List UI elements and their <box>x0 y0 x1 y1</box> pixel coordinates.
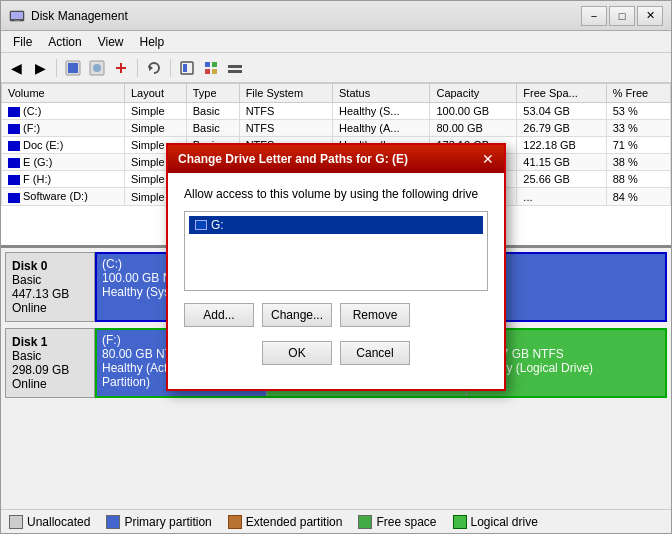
dialog-close-button[interactable]: ✕ <box>482 151 494 167</box>
dialog-list-item[interactable]: G: <box>189 216 483 234</box>
dialog-action-buttons: Add... Change... Remove <box>184 303 488 333</box>
cancel-button[interactable]: Cancel <box>340 341 410 365</box>
dialog-titlebar: Change Drive Letter and Paths for G: (E)… <box>168 145 504 173</box>
dialog-list-item-label: G: <box>211 218 224 232</box>
drive-icon <box>195 220 207 230</box>
dialog-description: Allow access to this volume by using the… <box>184 187 488 201</box>
dialog-body: Allow access to this volume by using the… <box>168 173 504 389</box>
remove-button[interactable]: Remove <box>340 303 410 327</box>
dialog-ok-cancel: OK Cancel <box>184 333 488 375</box>
dialog-title-text: Change Drive Letter and Paths for G: (E) <box>178 152 408 166</box>
add-button[interactable]: Add... <box>184 303 254 327</box>
change-button[interactable]: Change... <box>262 303 332 327</box>
dialog-overlay: Change Drive Letter and Paths for G: (E)… <box>0 0 672 534</box>
change-drive-dialog: Change Drive Letter and Paths for G: (E)… <box>166 143 506 391</box>
dialog-listbox[interactable]: G: <box>184 211 488 291</box>
ok-button[interactable]: OK <box>262 341 332 365</box>
